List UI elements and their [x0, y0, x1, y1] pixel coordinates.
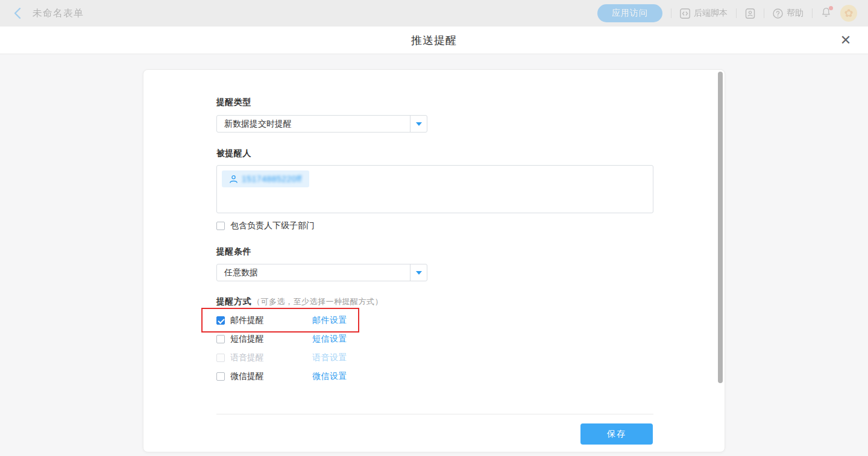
avatar-glyph: ✿ [844, 8, 853, 19]
save-button[interactable]: 保存 [580, 423, 653, 445]
voice-reminder-label: 语音提醒 [230, 352, 264, 363]
include-sub-dept-label: 包含负责人下级子部门 [230, 220, 315, 231]
method-note: （可多选，至少选择一种提醒方式） [253, 297, 383, 306]
question-icon [773, 8, 783, 19]
sms-settings-link[interactable]: 短信设置 [312, 334, 347, 345]
include-sub-dept-row[interactable]: 包含负责人下级子部门 [216, 221, 315, 231]
sms-reminder-checkbox[interactable] [216, 335, 225, 343]
backend-script-label: 后端脚本 [694, 8, 728, 19]
recipient-label: 被提醒人 [216, 148, 251, 159]
user-avatar[interactable]: ✿ [840, 5, 857, 22]
reminder-type-label: 提醒类型 [216, 97, 251, 108]
app-access-button[interactable]: 应用访问 [597, 4, 662, 22]
method-row-sms: 短信提醒 短信设置 [216, 334, 397, 344]
person-icon [229, 175, 238, 184]
topbar-divider [764, 8, 764, 18]
app-window: 未命名表单 应用访问 后端脚本 帮助 [0, 0, 868, 456]
condition-label: 提醒条件 [216, 246, 251, 257]
footer-divider [216, 414, 653, 414]
method-label-row: 提醒方式（可多选，至少选择一种提醒方式） [216, 296, 383, 307]
condition-value: 任意数据 [217, 267, 410, 278]
method-row-voice: 语音提醒 语音设置 [216, 353, 397, 363]
scrollbar-thumb[interactable] [718, 72, 723, 383]
caret-box [410, 264, 427, 281]
code-icon [680, 8, 690, 19]
contacts-icon [745, 8, 755, 19]
method-label: 提醒方式 [216, 296, 251, 306]
reminder-type-value: 新数据提交时提醒 [217, 119, 410, 130]
member-tag-text: 15174885220ff [242, 174, 302, 184]
topbar: 未命名表单 应用访问 后端脚本 帮助 [0, 0, 868, 27]
dialog-header: 推送提醒 ✕ [0, 27, 868, 54]
include-sub-dept-checkbox[interactable] [216, 222, 225, 230]
voice-reminder-checkbox [216, 354, 225, 362]
contacts-button[interactable] [745, 8, 755, 19]
email-reminder-label: 邮件提醒 [230, 315, 264, 326]
chevron-down-icon [416, 271, 422, 275]
help-button[interactable]: 帮助 [773, 8, 804, 19]
method-row-wechat: 微信提醒 微信设置 [216, 372, 397, 381]
email-reminder-checkbox[interactable] [216, 316, 225, 325]
notification-badge [829, 6, 833, 10]
topbar-divider [736, 8, 737, 18]
backend-script-button[interactable]: 后端脚本 [680, 8, 728, 19]
email-settings-link[interactable]: 邮件设置 [312, 315, 347, 326]
reminder-type-select[interactable]: 新数据提交时提醒 [216, 115, 427, 133]
wechat-reminder-checkbox[interactable] [216, 372, 225, 381]
wechat-reminder-label: 微信提醒 [230, 371, 264, 382]
reminder-settings-card: 提醒类型 新数据提交时提醒 被提醒人 15174885220ff 包含负责人下级… [143, 69, 725, 452]
sms-reminder-label: 短信提醒 [230, 334, 264, 345]
wechat-settings-link[interactable]: 微信设置 [312, 371, 347, 382]
dialog-title: 推送提醒 [0, 27, 868, 54]
method-row-email: 邮件提醒 邮件设置 [216, 316, 397, 325]
member-tag[interactable]: 15174885220ff [222, 170, 309, 187]
recipient-picker[interactable]: 15174885220ff [216, 165, 653, 213]
topbar-divider [671, 8, 671, 18]
notifications-button[interactable] [821, 7, 832, 19]
voice-settings-link: 语音设置 [312, 352, 347, 363]
form-title: 未命名表单 [33, 7, 84, 20]
caret-box [410, 116, 427, 132]
condition-select[interactable]: 任意数据 [216, 264, 427, 281]
close-icon[interactable]: ✕ [837, 27, 855, 54]
help-label: 帮助 [787, 8, 804, 19]
back-chevron-icon[interactable] [11, 7, 23, 19]
chevron-down-icon [416, 122, 422, 126]
topbar-divider [812, 8, 813, 18]
